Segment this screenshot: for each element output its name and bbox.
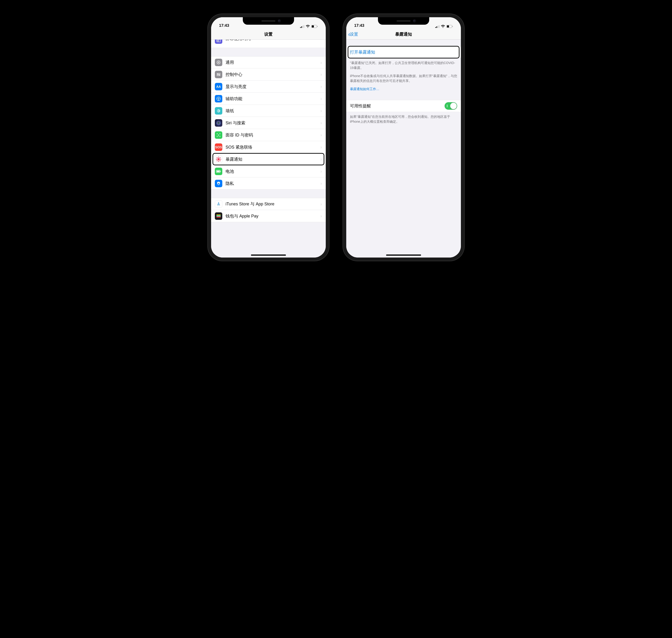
svg-point-10 [218,62,219,63]
row-label: Siri 与搜索 [226,120,321,126]
enable-exposure-button[interactable]: 打开暴露通知 [346,46,461,58]
battery-icon [446,25,453,28]
row-itunes-appstore[interactable]: iTunes Store 与 App Store › [211,198,326,210]
control-center-icon [215,71,222,78]
svg-point-29 [217,157,217,158]
nav-bar-exposure: ‹ 设置 暴露通知 [346,29,461,39]
svg-point-18 [218,111,219,111]
battery-icon [311,25,318,28]
privacy-icon [215,180,222,187]
wifi-icon [306,25,310,28]
screen-right: 17:43 ‹ 设置 暴露通知 打开暴露通知 "暴露通知"已关闭。如 [346,17,461,257]
phone-right: 17:43 ‹ 设置 暴露通知 打开暴露通知 "暴露通知"已关闭。如 [343,14,464,261]
row-display[interactable]: AA 显示与亮度 › [211,81,326,93]
chevron-right-icon: › [321,96,322,101]
row-label: iTunes Store 与 App Store [226,201,321,207]
row-general[interactable]: 通用 › [211,56,326,68]
row-siri[interactable]: Siri 与搜索 › [211,117,326,129]
nav-title-exposure: 暴露通知 [395,31,412,37]
enable-highlight: 打开暴露通知 [346,46,461,58]
settings-content[interactable]: 屏幕使用时间 › 通用 › 控制中心 › AA 显示与亮度 › [211,39,326,257]
row-faceid[interactable]: 面容 ID 与密码 › [211,129,326,141]
svg-point-31 [217,161,217,161]
svg-rect-13 [217,75,220,76]
accessibility-icon [215,95,222,102]
availability-switch[interactable] [445,102,457,110]
row-battery[interactable]: 电池 › [211,165,326,178]
row-label: 显示与亮度 [226,84,321,89]
nav-title-settings: 设置 [264,31,273,37]
row-label: SOS 紧急联络 [226,144,321,150]
row-screentime[interactable]: 屏幕使用时间 › [211,39,326,48]
row-wallpaper[interactable]: 墙纸 › [211,105,326,117]
chevron-right-icon: › [321,201,322,207]
svg-rect-0 [300,27,301,28]
svg-point-22 [218,134,218,135]
phone-left: 17:43 设置 屏幕使用时间 › 通用 › [208,14,329,261]
status-icons [435,25,453,28]
chevron-left-icon: ‹ [348,31,350,37]
screen-left: 17:43 设置 屏幕使用时间 › 通用 › [211,17,326,257]
row-label: 暴露通知 [226,156,321,162]
svg-rect-2 [302,26,303,28]
svg-rect-40 [435,27,436,28]
notch [378,17,429,25]
row-label: 屏幕使用时间 [226,39,321,41]
svg-point-21 [218,122,219,124]
battery-icon [215,168,222,175]
svg-point-12 [218,73,218,74]
svg-point-20 [217,121,220,124]
signal-icon [300,25,304,28]
svg-rect-6 [317,26,317,27]
svg-point-32 [220,161,220,161]
chevron-right-icon: › [321,132,322,138]
back-button[interactable]: ‹ 设置 [348,31,358,37]
svg-rect-41 [437,26,437,28]
home-indicator[interactable] [386,254,421,256]
row-sos[interactable]: SOS SOS 紧急联络 › [211,141,326,153]
exposure-content[interactable]: 打开暴露通知 "暴露通知"已关闭。如果打开，公共卫生管理机构可通知您可能的COV… [346,39,461,257]
chevron-right-icon: › [321,156,322,162]
svg-rect-45 [447,26,449,28]
chevron-right-icon: › [321,169,322,174]
row-label: 墙纸 [226,108,321,114]
row-exposure-notification[interactable]: 暴露通知 › [211,153,326,165]
svg-point-9 [217,61,220,64]
svg-rect-35 [220,171,221,172]
row-privacy[interactable]: 隐私 › [211,178,326,189]
display-icon: AA [215,83,222,90]
sos-icon: SOS [215,144,222,151]
footer-text-1: "暴露通知"已关闭。如果打开，公共卫生管理机构可通知您可能的COVID-19暴露… [346,58,461,70]
wallet-icon [215,212,222,220]
row-accessibility[interactable]: 辅助功能 › [211,93,326,105]
chevron-right-icon: › [321,120,322,125]
availability-label: 可用性提醒 [350,103,445,109]
chevron-right-icon: › [321,60,322,65]
chevron-right-icon: › [321,39,322,41]
svg-rect-46 [452,26,453,27]
svg-point-16 [218,97,219,98]
status-time: 17:43 [354,23,364,28]
svg-point-24 [217,158,220,161]
footer-text-2: iPhone不会收集或与任何人共享暴露通知数据。如果打开"暴露通知"，与您暴露相… [346,70,461,83]
svg-rect-3 [304,25,304,28]
svg-rect-39 [216,217,221,217]
chevron-right-icon: › [321,84,322,89]
availability-row: 可用性提醒 [346,100,461,112]
chevron-right-icon: › [321,72,322,77]
svg-rect-11 [217,73,220,74]
home-indicator[interactable] [251,254,286,256]
status-time: 17:43 [219,23,229,28]
svg-point-28 [220,159,221,160]
svg-rect-1 [301,26,302,28]
row-wallet[interactable]: 钱包与 Apple Pay › [211,210,326,222]
svg-point-23 [219,134,219,135]
row-label: 通用 [226,60,321,65]
enable-label: 打开暴露通知 [350,49,375,55]
how-it-works-link[interactable]: 暴露通知如何工作… [350,87,379,91]
row-label: 隐私 [226,181,321,186]
row-label: 面容 ID 与密码 [226,132,321,138]
wallpaper-icon [215,107,222,115]
row-control-center[interactable]: 控制中心 › [211,68,326,81]
availability-footer: 如果"暴露通知"在您当前所在地区可用，您会收到通知。您的地区基于iPhone上的… [346,112,461,124]
